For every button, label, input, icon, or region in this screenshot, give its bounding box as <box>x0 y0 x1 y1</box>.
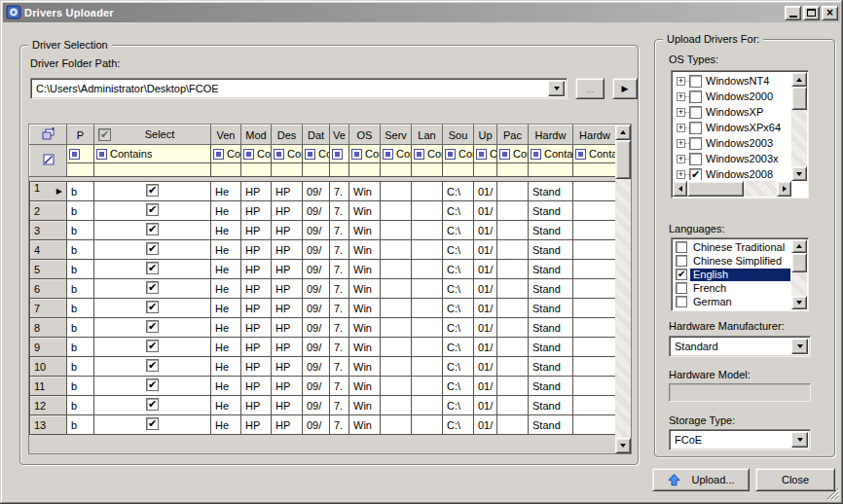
filter-input-sou[interactable] <box>443 163 474 177</box>
cell-select[interactable] <box>94 415 211 435</box>
os-types-tree[interactable]: +WindowsNT4+Windows2000+WindowsXP+Window… <box>671 70 809 198</box>
cell-select[interactable] <box>94 201 211 221</box>
row-select-checkbox[interactable] <box>146 340 159 352</box>
filter-cell-select[interactable]: Contains <box>94 145 211 163</box>
expand-icon[interactable]: + <box>677 108 685 117</box>
close-button[interactable]: × <box>822 6 838 20</box>
scroll-left-button[interactable] <box>673 181 687 197</box>
os-type-checkbox[interactable] <box>689 153 702 165</box>
cell-pac[interactable] <box>497 221 529 240</box>
maximize-button[interactable] <box>803 6 820 20</box>
cell-pac[interactable] <box>497 182 529 201</box>
cell-hardw1[interactable]: Stand <box>529 415 573 435</box>
cell-ven[interactable]: He <box>211 221 241 240</box>
hardware-manufacturer-dropdown-button[interactable] <box>791 339 808 354</box>
cell-select[interactable] <box>94 260 211 279</box>
cell-up[interactable]: 01/ <box>474 396 497 415</box>
cell-pac[interactable] <box>497 260 529 279</box>
cell-pac[interactable] <box>497 415 529 435</box>
cell-hardw2[interactable] <box>573 182 617 201</box>
cell-p[interactable]: b <box>67 318 94 338</box>
cell-lan[interactable] <box>412 260 443 279</box>
cell-hardw2[interactable] <box>573 279 617 299</box>
cell-select[interactable] <box>94 221 211 240</box>
cell-ven[interactable]: He <box>211 357 241 377</box>
row-select-checkbox[interactable] <box>146 184 159 197</box>
storage-type-combobox[interactable]: FCoE <box>669 429 811 450</box>
scrollbar-thumb[interactable] <box>791 253 807 272</box>
cell-ven[interactable]: He <box>211 240 241 260</box>
cell-des[interactable]: HP <box>272 415 303 435</box>
hardware-manufacturer-combobox[interactable]: Standard <box>669 336 811 357</box>
cell-mod[interactable]: HP <box>241 338 272 357</box>
cell-serv[interactable] <box>381 182 412 201</box>
cell-sou[interactable]: C:\ <box>443 357 474 377</box>
cell-sou[interactable]: C:\ <box>443 260 474 279</box>
cell-des[interactable]: HP <box>272 377 303 396</box>
os-tree-horizontal-scrollbar[interactable] <box>673 181 791 197</box>
cell-dat[interactable]: 09/ <box>303 182 330 201</box>
row-select-checkbox[interactable] <box>146 320 159 333</box>
filter-input-des[interactable] <box>272 163 303 177</box>
cell-lan[interactable] <box>412 357 443 377</box>
cell-ve[interactable]: 7. <box>330 415 349 435</box>
language-item[interactable]: Chinese Traditional <box>674 240 790 254</box>
filter-cell-lan[interactable]: Contains <box>412 145 443 163</box>
cell-sou[interactable]: C:\ <box>443 201 474 221</box>
cell-lan[interactable] <box>412 240 443 260</box>
cell-pac[interactable] <box>497 299 529 318</box>
cell-ven[interactable]: He <box>211 299 241 318</box>
cell-lan[interactable] <box>412 318 443 338</box>
go-button[interactable]: ▶ <box>612 78 638 99</box>
cell-mod[interactable]: HP <box>241 221 272 240</box>
cell-ven[interactable]: He <box>211 377 241 396</box>
cell-dat[interactable]: 09/ <box>303 201 330 221</box>
cell-lan[interactable] <box>412 415 443 435</box>
cell-dat[interactable]: 09/ <box>303 338 330 357</box>
cell-os[interactable]: Win <box>349 318 381 338</box>
grid-column-header-des[interactable]: Des <box>272 126 303 145</box>
cell-hardw1[interactable]: Stand <box>529 182 573 201</box>
cell-ven[interactable]: He <box>211 396 241 415</box>
cell-ven[interactable]: He <box>211 338 241 357</box>
filter-input-up[interactable] <box>474 163 497 177</box>
expand-icon[interactable]: + <box>677 139 685 148</box>
cell-hardw1[interactable]: Stand <box>529 260 573 279</box>
language-checkbox[interactable] <box>676 296 687 307</box>
cell-pac[interactable] <box>497 318 529 338</box>
cell-dat[interactable]: 09/ <box>303 221 330 240</box>
cell-hardw1[interactable]: Stand <box>529 396 573 415</box>
filter-input-hardw2[interactable] <box>573 163 617 177</box>
row-select-checkbox[interactable] <box>146 301 159 313</box>
cell-dat[interactable]: 09/ <box>303 279 330 299</box>
cell-p[interactable]: b <box>67 182 94 201</box>
filter-cell-sou[interactable]: Contains <box>443 145 474 163</box>
grid-column-header-lan[interactable]: Lan <box>412 126 443 145</box>
cell-dat[interactable]: 09/ <box>303 377 330 396</box>
cell-p[interactable]: b <box>67 415 94 435</box>
cell-ve[interactable]: 7. <box>330 182 349 201</box>
language-checkbox[interactable] <box>676 269 687 280</box>
grid-column-header-mod[interactable]: Mod <box>241 126 272 145</box>
cell-des[interactable]: HP <box>272 338 303 357</box>
cell-up[interactable]: 01/ <box>474 182 497 201</box>
cell-p[interactable]: b <box>67 240 94 260</box>
cell-lan[interactable] <box>412 201 443 221</box>
filter-cell-des[interactable]: Contains <box>272 145 303 163</box>
cell-hardw1[interactable]: Stand <box>529 299 573 318</box>
cell-sou[interactable]: C:\ <box>443 182 474 201</box>
cell-sou[interactable]: C:\ <box>443 221 474 240</box>
cell-sou[interactable]: C:\ <box>443 240 474 260</box>
cell-dat[interactable]: 09/ <box>303 415 330 435</box>
cell-mod[interactable]: HP <box>241 260 272 279</box>
cell-lan[interactable] <box>412 338 443 357</box>
cell-hardw2[interactable] <box>573 338 617 357</box>
language-item[interactable]: Chinese Simplified <box>674 254 790 268</box>
cell-sou[interactable]: C:\ <box>443 415 474 435</box>
cell-serv[interactable] <box>381 415 412 435</box>
language-item[interactable]: French <box>674 281 790 295</box>
cell-ve[interactable]: 7. <box>330 260 349 279</box>
row-select-checkbox[interactable] <box>146 378 159 391</box>
cell-hardw1[interactable]: Stand <box>529 318 573 338</box>
grid-column-header-hardw2[interactable]: Hardw <box>573 126 617 145</box>
